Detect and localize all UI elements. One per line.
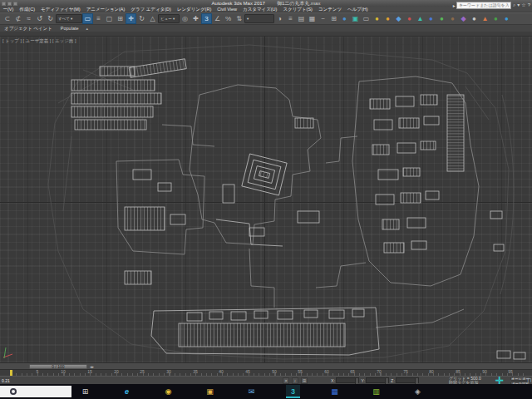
window-crossing-icon[interactable]: ⊞	[115, 13, 126, 24]
maxscript-mini-listener[interactable]: 0.21	[2, 378, 10, 383]
favorites-star-icon[interactable]: ☆	[521, 1, 525, 9]
taskbar-apps: ⊞e◉▣✉3▦▥◈	[71, 385, 425, 398]
bind-spacewarp-icon[interactable]: ≈	[23, 13, 34, 24]
main-toolbar: ⊂⊄≈↺↻すべて ▾▭≡▢⊞✛↻△ビュー ▾◎✚3∠%⇅▾◑≡▤▦~⊞●▣▭●●…	[0, 12, 532, 25]
layer-manager-icon[interactable]: ▤	[296, 13, 307, 24]
undo-icon[interactable]: ↺	[34, 13, 45, 24]
status-bar: 0.21 ✕≀⊞ X: Y: Z: グリッド = 500.0 時間タグを追加 ✛	[0, 376, 532, 384]
signin-dropdown-icon[interactable]: ▾	[517, 1, 520, 9]
status-toggles: ✕≀⊞	[283, 377, 308, 384]
select-by-name-icon[interactable]: ≡	[93, 13, 104, 24]
grid-toggle-icon[interactable]: ⊞	[301, 377, 308, 384]
toolbar-icon[interactable]: ▲	[415, 13, 426, 24]
selection-filter-dropdown[interactable]: すべて ▾	[56, 14, 82, 23]
menu-item[interactable]: レンダリング(R)	[174, 7, 214, 12]
track-bar-tick-label: 30	[166, 370, 171, 374]
taskbar-explorer-icon[interactable]: ▣	[203, 385, 217, 398]
select-rotate-icon[interactable]: ↻	[136, 13, 147, 24]
redo-icon[interactable]: ↻	[45, 13, 56, 24]
ribbon-tab[interactable]: Populate	[57, 25, 83, 32]
select-link-icon[interactable]: ⊂	[2, 13, 12, 24]
curve-editor-icon[interactable]: ~	[318, 13, 328, 24]
coordinate-field[interactable]	[366, 377, 389, 383]
ribbon-tabs: オブジェクト ペイントPopulate ▴	[0, 25, 532, 32]
toolbar-icon[interactable]: ●	[447, 13, 458, 24]
toolbar-icon[interactable]: ●	[469, 13, 480, 24]
infocenter-collapse-icon[interactable]: ▸	[453, 2, 456, 8]
help-icon[interactable]: ?	[528, 1, 530, 9]
menu-item[interactable]: スクリプト(S)	[280, 7, 315, 12]
toolbar-icon[interactable]: ◆	[458, 13, 469, 24]
material-editor-icon[interactable]: ●	[339, 13, 350, 24]
graphite-icon[interactable]: ▦	[307, 13, 318, 24]
viewport-label[interactable]: [ トップ ] [ ユーザ定義 ] [ エッジ面 ]	[2, 38, 76, 44]
infocenter-search-icon[interactable]: ⌕	[513, 1, 515, 9]
select-move-icon[interactable]: ✛	[126, 13, 136, 24]
toolbar-icon[interactable]: ◆	[393, 13, 404, 24]
spinner-icon[interactable]	[385, 378, 388, 384]
spinner-icon[interactable]	[355, 378, 358, 384]
ribbon-tab[interactable]: オブジェクト ペイント	[0, 25, 57, 32]
toolbar-icon[interactable]: ●	[426, 13, 436, 24]
rendered-frame-icon[interactable]: ▭	[361, 13, 372, 24]
snap-toggle-icon[interactable]: 3	[201, 13, 212, 24]
select-object-icon[interactable]: ▭	[82, 13, 93, 24]
track-bar-tick-label: 55	[298, 370, 303, 374]
selection-region-icon[interactable]: ▢	[104, 13, 115, 24]
infocenter-search-input[interactable]	[456, 2, 511, 9]
current-frame-marker[interactable]	[10, 370, 12, 376]
taskbar-chrome-icon[interactable]: ◉	[161, 385, 175, 398]
menu-item[interactable]: モディファイヤ(M)	[37, 7, 83, 12]
menu-item[interactable]: カスタマイズ(U)	[240, 7, 280, 12]
taskbar-photos-icon[interactable]: ▦	[328, 385, 342, 398]
coordinate-label: Y:	[361, 378, 365, 383]
percent-snap-icon[interactable]: %	[223, 13, 234, 24]
menu-item[interactable]: ヘルプ(H)	[345, 7, 372, 12]
menu-item[interactable]: グラフ エディタ(D)	[128, 7, 175, 12]
mirror-icon[interactable]: ◑	[274, 13, 285, 24]
taskbar-mail-icon[interactable]: ✉	[244, 385, 259, 398]
toolbar-icon[interactable]: ●	[490, 13, 501, 24]
toolbar-icon[interactable]: ●	[501, 13, 512, 24]
coordinate-field[interactable]	[396, 377, 419, 383]
schematic-view-icon[interactable]: ⊞	[328, 13, 339, 24]
menu-item[interactable]: コンテンツ	[315, 7, 344, 12]
absolute-offset-icon[interactable]: ≀	[292, 377, 298, 384]
taskbar-taskview-icon[interactable]: ⊞	[78, 385, 92, 398]
render-iterative-icon[interactable]: ●	[382, 13, 393, 24]
menu-item[interactable]: アニメーション(A)	[83, 7, 128, 12]
render-setup-icon[interactable]: ▣	[350, 13, 361, 24]
use-pivot-icon[interactable]: ◎	[180, 13, 190, 24]
taskbar-app-green-icon[interactable]: ▥	[369, 385, 383, 398]
toolbar-icon[interactable]: ▲	[480, 13, 490, 24]
track-bar[interactable]: 5101520253035404550556065707580859095	[0, 369, 532, 376]
select-manipulate-icon[interactable]: ✚	[190, 13, 201, 24]
menu-item[interactable]: ー(V)	[0, 7, 17, 12]
named-selection-dropdown[interactable]: ▾	[244, 14, 274, 23]
track-bar-tick-label: 90	[482, 370, 487, 374]
select-scale-icon[interactable]: △	[147, 13, 158, 24]
ribbon-minimize-icon[interactable]: ▴	[86, 26, 89, 31]
taskbar-search-box[interactable]	[0, 386, 71, 397]
spinner-icon[interactable]	[415, 378, 418, 384]
angle-snap-icon[interactable]: ∠	[212, 13, 223, 24]
taskbar-edge-icon[interactable]: e	[120, 385, 134, 398]
toolbar-icon[interactable]: ●	[404, 13, 415, 24]
ref-coord-dropdown[interactable]: ビュー ▾	[158, 14, 180, 23]
coordinate-field[interactable]	[336, 377, 359, 383]
viewport-nav-icon[interactable]: ⊓	[527, 377, 531, 384]
menu-item[interactable]: Civil View	[214, 7, 240, 12]
taskbar-3dsmax-icon[interactable]: 3	[286, 385, 300, 398]
time-slider[interactable]: 0 / 100 ◂▸	[0, 362, 532, 369]
viewport-top[interactable]: [ トップ ] [ ユーザ定義 ] [ エッジ面 ]	[0, 37, 532, 362]
selection-lock-icon[interactable]: ✕	[283, 377, 289, 384]
unlink-icon[interactable]: ⊄	[12, 13, 23, 24]
menu-item[interactable]: 作成(C)	[17, 7, 38, 12]
pan-view-icon[interactable]: ✛	[495, 376, 504, 384]
taskbar-app-gray-icon[interactable]: ◈	[411, 385, 425, 398]
coordinate-display: X: Y: Z:	[331, 377, 419, 383]
spinner-snap-icon[interactable]: ⇅	[234, 13, 244, 24]
render-icon[interactable]: ●	[372, 13, 382, 24]
toolbar-icon[interactable]: ●	[436, 13, 447, 24]
align-icon[interactable]: ≡	[285, 13, 296, 24]
